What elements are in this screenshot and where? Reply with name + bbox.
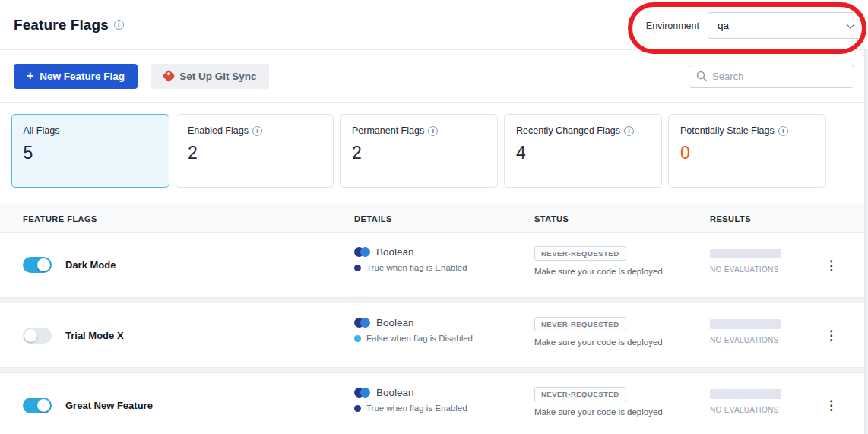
flag-type-label: Boolean bbox=[376, 246, 414, 258]
feature-flags-page: Feature Flags i Environment qa + New Fea… bbox=[0, 0, 868, 434]
setup-git-sync-button[interactable]: Set Up Git Sync bbox=[151, 64, 269, 89]
info-icon: i bbox=[624, 126, 634, 136]
info-icon[interactable]: i bbox=[114, 20, 124, 30]
info-icon: i bbox=[428, 126, 438, 136]
search-box bbox=[689, 65, 854, 88]
stat-value: 5 bbox=[24, 143, 158, 163]
git-icon bbox=[163, 70, 176, 83]
stat-label: Recently Changed Flags bbox=[516, 125, 620, 136]
stat-cards: All Flags 5 Enabled Flags i 2 Permanent … bbox=[0, 103, 868, 188]
environment-value: qa bbox=[718, 20, 729, 31]
info-icon: i bbox=[252, 126, 262, 136]
info-icon: i bbox=[778, 126, 788, 136]
status-badge: NEVER-REQUESTED bbox=[534, 246, 626, 261]
new-feature-flag-button[interactable]: + New Feature Flag bbox=[14, 64, 138, 89]
status-text: Make sure your code is deployed bbox=[534, 267, 663, 276]
table-row: Trial Mode X Boolean False when flag is … bbox=[0, 303, 868, 368]
environment-label: Environment bbox=[646, 21, 699, 31]
column-header-details: DETAILS bbox=[354, 214, 392, 223]
stat-label: Permanent Flags bbox=[352, 125, 424, 136]
flag-name[interactable]: Great New Feature bbox=[65, 400, 153, 411]
results-bar bbox=[710, 249, 781, 258]
environment-picker: Environment qa bbox=[646, 12, 863, 39]
vertical-scrollbar[interactable] bbox=[864, 50, 868, 434]
flag-toggle[interactable] bbox=[23, 398, 52, 413]
table-row: Dark Mode Boolean True when flag is Enab… bbox=[0, 233, 868, 298]
stat-card-all-flags[interactable]: All Flags 5 bbox=[11, 114, 169, 188]
flag-type-label: Boolean bbox=[376, 317, 414, 328]
flag-toggle[interactable] bbox=[23, 328, 52, 344]
page-header: Feature Flags i Environment qa bbox=[0, 0, 868, 50]
stat-label: Potentially Stale Flags bbox=[680, 125, 775, 136]
results-label: NO EVALUATIONS bbox=[710, 265, 781, 274]
stat-label: All Flags bbox=[24, 125, 60, 136]
row-menu-button[interactable]: ⋮ bbox=[822, 326, 841, 345]
boolean-type-icon bbox=[354, 318, 370, 328]
value-dot-icon bbox=[354, 335, 361, 342]
row-menu-button[interactable]: ⋮ bbox=[822, 255, 841, 274]
table-header: FEATURE FLAGS DETAILS STATUS RESULTS bbox=[0, 204, 868, 233]
status-text: Make sure your code is deployed bbox=[534, 407, 663, 417]
boolean-type-icon bbox=[354, 388, 370, 398]
plus-icon: + bbox=[27, 69, 33, 83]
stat-card-recently-changed-flags[interactable]: Recently Changed Flags i 4 bbox=[504, 114, 662, 188]
flag-type-label: Boolean bbox=[376, 387, 414, 398]
table-row: Great New Feature Boolean True when flag… bbox=[0, 372, 868, 434]
stat-label: Enabled Flags bbox=[188, 125, 249, 136]
environment-select[interactable]: qa bbox=[708, 12, 863, 39]
flag-toggle[interactable] bbox=[23, 257, 52, 273]
chevron-down-icon bbox=[846, 20, 854, 28]
row-menu-button[interactable]: ⋮ bbox=[822, 396, 841, 415]
value-dot-icon bbox=[354, 405, 361, 412]
search-input[interactable] bbox=[712, 71, 847, 82]
results-bar bbox=[710, 389, 781, 399]
stat-value: 2 bbox=[188, 143, 322, 163]
stat-card-enabled-flags[interactable]: Enabled Flags i 2 bbox=[176, 114, 334, 188]
flag-name[interactable]: Trial Mode X bbox=[65, 330, 124, 341]
page-title: Feature Flags bbox=[14, 17, 109, 33]
value-dot-icon bbox=[354, 265, 361, 271]
stat-card-potentially-stale-flags[interactable]: Potentially Stale Flags i 0 bbox=[668, 114, 826, 188]
status-badge: NEVER-REQUESTED bbox=[534, 317, 626, 331]
column-header-status: STATUS bbox=[534, 214, 569, 223]
flag-default-description: False when flag is Disabled bbox=[366, 334, 473, 343]
toolbar: + New Feature Flag Set Up Git Sync bbox=[0, 50, 868, 103]
results-label: NO EVALUATIONS bbox=[710, 406, 781, 414]
column-header-results: RESULTS bbox=[710, 214, 751, 223]
status-text: Make sure your code is deployed bbox=[534, 337, 663, 347]
stat-card-permanent-flags[interactable]: Permanent Flags i 2 bbox=[340, 114, 498, 188]
boolean-type-icon bbox=[354, 247, 370, 257]
flag-table-body: Dark Mode Boolean True when flag is Enab… bbox=[0, 233, 868, 434]
search-icon bbox=[696, 71, 707, 81]
results-bar bbox=[710, 319, 781, 329]
status-badge: NEVER-REQUESTED bbox=[534, 387, 626, 401]
flag-name[interactable]: Dark Mode bbox=[65, 259, 116, 271]
stat-value: 2 bbox=[352, 143, 486, 163]
results-label: NO EVALUATIONS bbox=[710, 336, 781, 344]
stat-value: 0 bbox=[680, 143, 814, 163]
stat-value: 4 bbox=[516, 143, 650, 163]
flag-default-description: True when flag is Enabled bbox=[366, 404, 467, 413]
column-header-feature-flags: FEATURE FLAGS bbox=[23, 214, 97, 223]
flag-default-description: True when flag is Enabled bbox=[366, 263, 467, 272]
